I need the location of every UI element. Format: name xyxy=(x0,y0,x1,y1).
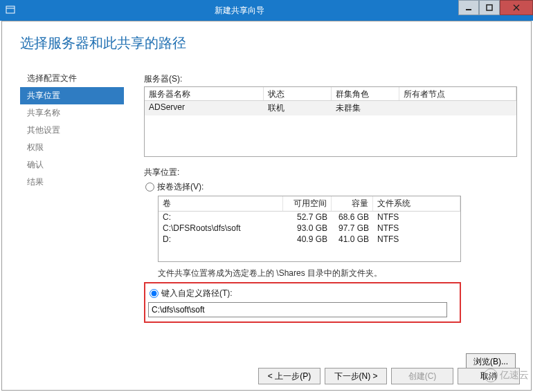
close-button[interactable] xyxy=(500,0,533,15)
custom-path-radio-row[interactable]: 键入自定义路径(T): xyxy=(148,286,457,301)
previous-button[interactable]: < 上一步(P) xyxy=(258,368,320,384)
nav-results: 结果 xyxy=(20,174,124,191)
col-server-name[interactable]: 服务器名称 xyxy=(145,87,264,100)
by-volume-radio-row[interactable]: 按卷选择(V): xyxy=(144,180,517,194)
titlebar: 新建共享向导 xyxy=(0,0,533,21)
server-role-cell: 未群集 xyxy=(332,102,399,114)
app-icon xyxy=(0,6,21,15)
svg-rect-0 xyxy=(6,6,15,13)
wizard-footer: < 上一步(P) 下一步(N) > 创建(C) 取消 xyxy=(258,368,520,384)
volumes-header[interactable]: 卷 可用空间 容量 文件系统 xyxy=(159,196,460,212)
nav-share-location[interactable]: 共享位置 xyxy=(20,87,124,104)
custom-path-input[interactable] xyxy=(148,302,447,317)
watermark: ☁ 亿速云 xyxy=(484,368,529,382)
custom-path-highlight: 键入自定义路径(T): xyxy=(144,282,461,323)
col-capacity[interactable]: 容量 xyxy=(332,196,373,211)
server-status-cell: 联机 xyxy=(264,102,332,114)
custom-path-radio[interactable] xyxy=(150,289,159,298)
page-title: 选择服务器和此共享的路径 xyxy=(2,21,531,53)
volume-row[interactable]: D: 40.9 GB 41.0 GB NTFS xyxy=(159,234,460,245)
by-volume-radio[interactable] xyxy=(145,183,154,192)
volume-row[interactable]: C: 52.7 GB 68.6 GB NTFS xyxy=(159,212,460,223)
col-free-space[interactable]: 可用空间 xyxy=(283,196,332,211)
servers-table: 服务器名称 状态 群集角色 所有者节点 ADServer 联机 未群集 xyxy=(144,86,517,157)
nav-select-profile[interactable]: 选择配置文件 xyxy=(20,70,124,87)
col-cluster-role[interactable]: 群集角色 xyxy=(332,87,399,100)
servers-header[interactable]: 服务器名称 状态 群集角色 所有者节点 xyxy=(145,87,516,101)
col-owner-node[interactable]: 所有者节点 xyxy=(399,87,516,100)
maximize-button[interactable] xyxy=(479,0,500,15)
nav-confirm: 确认 xyxy=(20,156,124,174)
next-button[interactable]: 下一步(N) > xyxy=(325,368,387,384)
cloud-icon: ☁ xyxy=(484,368,498,382)
nav-permissions: 权限 xyxy=(20,139,124,156)
create-button: 创建(C) xyxy=(391,368,453,384)
server-row[interactable]: ADServer 联机 未群集 xyxy=(145,101,516,115)
nav-share-name: 共享名称 xyxy=(20,104,124,122)
volume-row[interactable]: C:\DFSRoots\dfs\soft 93.0 GB 97.7 GB NTF… xyxy=(159,223,460,234)
col-status[interactable]: 状态 xyxy=(264,87,332,100)
minimize-button[interactable] xyxy=(458,0,479,15)
svg-rect-3 xyxy=(487,5,492,10)
col-filesystem[interactable]: 文件系统 xyxy=(373,196,460,211)
watermark-text: 亿速云 xyxy=(500,369,529,382)
server-owner-cell xyxy=(399,102,516,114)
by-volume-label: 按卷选择(V): xyxy=(157,181,204,193)
share-location-label: 共享位置: xyxy=(144,167,517,178)
servers-label: 服务器(S): xyxy=(144,73,517,85)
custom-path-label: 键入自定义路径(T): xyxy=(161,288,233,299)
shares-folder-note: 文件共享位置将成为选定卷上的 \Shares 目录中的新文件夹。 xyxy=(158,268,517,279)
col-volume[interactable]: 卷 xyxy=(159,196,283,211)
volumes-table: 卷 可用空间 容量 文件系统 C: 52.7 GB 68.6 GB NTFS C… xyxy=(158,196,461,262)
wizard-nav: 选择配置文件 共享位置 共享名称 其他设置 权限 确认 结果 xyxy=(20,70,124,191)
server-name-cell: ADServer xyxy=(145,102,264,114)
window-title: 新建共享向导 xyxy=(21,5,458,17)
nav-other-settings: 其他设置 xyxy=(20,122,124,139)
